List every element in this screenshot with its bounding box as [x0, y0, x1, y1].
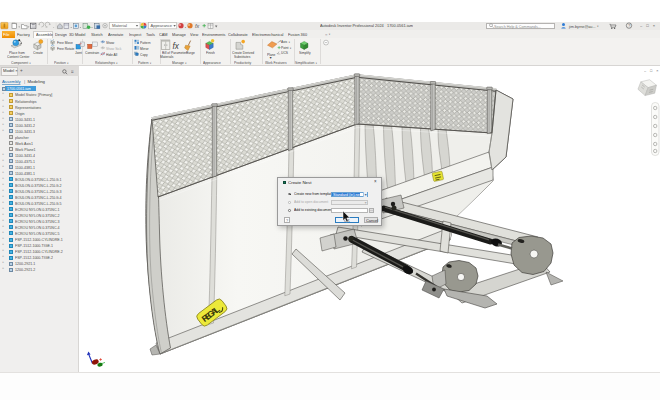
svg-text:REGAL: REGAL	[200, 304, 222, 324]
